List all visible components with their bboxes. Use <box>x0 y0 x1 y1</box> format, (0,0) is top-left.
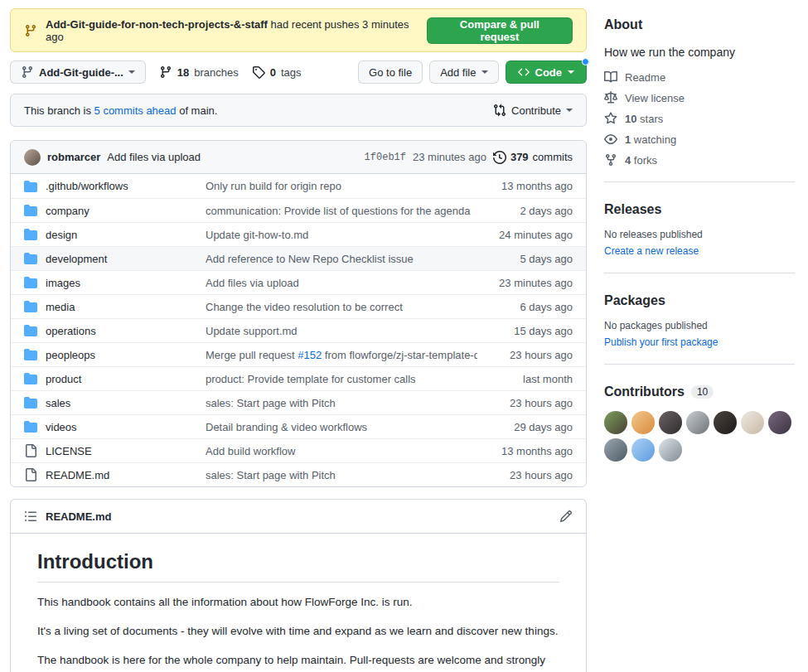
commit-message-link[interactable]: Add files via upload <box>107 151 201 163</box>
folder-icon <box>24 252 37 265</box>
divider <box>604 364 795 365</box>
commit-history-link[interactable]: 379commits <box>493 151 573 164</box>
sidebar-item-forks[interactable]: 4 forks <box>604 153 795 167</box>
issue-link[interactable]: #152 <box>298 349 322 361</box>
file-commit-message[interactable]: Add build workflow <box>206 445 477 457</box>
branch-selector[interactable]: Add-Git-guide-... <box>10 60 146 84</box>
file-row[interactable]: operations Update support.md 15 days ago <box>11 318 586 342</box>
file-commit-message[interactable]: Change the video resolution to be correc… <box>206 301 477 313</box>
file-commit-message[interactable]: Only run build for origin repo <box>206 180 477 192</box>
contributor-avatar[interactable] <box>631 438 655 462</box>
file-commit-age: 2 days ago <box>477 205 573 217</box>
file-row[interactable]: LICENSE Add build workflow 13 months ago <box>11 438 586 462</box>
contributor-avatar[interactable] <box>659 411 682 434</box>
file-commit-age: 13 months ago <box>477 445 573 457</box>
file-row[interactable]: company communication: Provide list of q… <box>11 198 586 222</box>
file-row[interactable]: product product: Provide template for cu… <box>11 366 586 390</box>
commit-hash-link[interactable]: 1f0eb1f <box>365 152 406 163</box>
file-name-link[interactable]: design <box>46 229 206 241</box>
publish-package-link[interactable]: Publish your first package <box>604 336 718 348</box>
forks-text: 4 forks <box>625 154 657 167</box>
file-commit-message[interactable]: Add files via upload <box>206 277 477 289</box>
file-row[interactable]: design Update git-how-to.md 24 minutes a… <box>11 222 586 246</box>
file-name-link[interactable]: development <box>46 253 206 265</box>
sidebar-item-stars[interactable]: 10 stars <box>604 112 795 125</box>
file-commit-message[interactable]: Update git-how-to.md <box>206 229 477 241</box>
file-name-link[interactable]: product <box>46 373 206 385</box>
add-file-button[interactable]: Add file <box>429 60 498 84</box>
file-commit-message[interactable]: Detail branding & video workflows <box>206 421 477 433</box>
folder-icon <box>24 420 37 433</box>
contributor-avatar[interactable] <box>604 438 627 462</box>
file-row[interactable]: .github/workflows Only run build for ori… <box>11 174 586 198</box>
file-name-link[interactable]: operations <box>46 325 206 337</box>
readme-content: Introduction This handbook contains all … <box>11 534 586 672</box>
branch-status-text: This branch is 5 commits ahead of main. <box>24 104 217 117</box>
contributor-avatar[interactable] <box>686 411 709 434</box>
sidebar-item-readme[interactable]: Readme <box>604 70 795 84</box>
commit-author-link[interactable]: robmarcer <box>47 151 100 163</box>
contributor-avatar[interactable] <box>714 411 737 434</box>
file-commit-message[interactable]: Merge pull request #152 from flowforge/z… <box>206 349 477 361</box>
file-row[interactable]: images Add files via upload 23 minutes a… <box>11 270 586 294</box>
file-row[interactable]: development Add reference to New Repo Ch… <box>11 246 586 270</box>
packages-empty-text: No packages published <box>604 320 795 331</box>
contributor-avatar[interactable] <box>604 411 627 434</box>
contributor-avatar[interactable] <box>659 438 682 462</box>
chevron-down-icon <box>481 70 488 74</box>
tags-link[interactable]: 0tags <box>252 65 302 79</box>
avatar[interactable] <box>24 149 41 166</box>
commits-ahead-link[interactable]: 5 commits ahead <box>94 104 177 117</box>
file-row[interactable]: peopleops Merge pull request #152 from f… <box>11 342 586 366</box>
file-name-link[interactable]: videos <box>46 421 206 433</box>
divider <box>604 273 795 273</box>
fork-icon <box>604 153 617 167</box>
contributor-avatar[interactable] <box>768 411 791 434</box>
file-commit-message[interactable]: sales: Start page with Pitch <box>206 397 477 409</box>
git-branch-icon <box>24 24 37 37</box>
file-commit-age: 6 days ago <box>477 301 573 313</box>
file-name-link[interactable]: peopleops <box>46 349 206 361</box>
file-commit-message[interactable]: sales: Start page with Pitch <box>206 469 477 481</box>
file-commit-age: 13 months ago <box>477 180 573 192</box>
file-name-link[interactable]: images <box>46 277 206 289</box>
go-to-file-button[interactable]: Go to file <box>358 60 423 84</box>
watching-text: 1 watching <box>625 133 676 146</box>
file-name-link[interactable]: .github/workflows <box>46 180 206 192</box>
file-commit-message[interactable]: communication: Provide list of questions… <box>206 205 477 217</box>
star-icon <box>604 112 617 125</box>
file-name-link[interactable]: company <box>46 205 206 217</box>
readme-header: README.md <box>11 500 586 534</box>
file-name-link[interactable]: README.md <box>46 469 206 481</box>
file-name-link[interactable]: LICENSE <box>46 445 206 457</box>
code-button[interactable]: Code <box>506 60 588 84</box>
eye-icon <box>604 133 617 146</box>
file-commit-message[interactable]: product: Provide template for customer c… <box>206 373 477 385</box>
toolbar-actions: Go to file Add file Code <box>358 60 587 84</box>
file-name-link[interactable]: media <box>46 301 206 313</box>
file-commit-message[interactable]: Add reference to New Repo Checklist issu… <box>206 253 477 265</box>
file-row[interactable]: media Change the video resolution to be … <box>11 294 586 318</box>
contributor-avatar[interactable] <box>631 411 655 434</box>
contributor-avatar[interactable] <box>741 411 764 434</box>
folder-icon <box>24 180 37 193</box>
file-commit-age: 15 days ago <box>477 325 573 337</box>
file-commit-age: 29 days ago <box>477 421 573 433</box>
file-row[interactable]: README.md sales: Start page with Pitch 2… <box>11 462 586 486</box>
file-commit-message[interactable]: Update support.md <box>206 325 477 337</box>
file-table-rows: .github/workflows Only run build for ori… <box>11 174 586 486</box>
create-release-link[interactable]: Create a new release <box>604 245 699 257</box>
file-name-link[interactable]: sales <box>46 397 206 409</box>
pencil-icon[interactable] <box>559 510 573 523</box>
list-icon[interactable] <box>24 510 37 523</box>
git-branch-icon <box>159 65 172 79</box>
file-row[interactable]: sales sales: Start page with Pitch 23 ho… <box>11 390 586 414</box>
sidebar-item-watching[interactable]: 1 watching <box>604 133 795 146</box>
sidebar-item-license[interactable]: View license <box>604 91 795 104</box>
folder-icon <box>24 228 37 241</box>
contribute-button[interactable]: Contribute <box>493 104 573 117</box>
compare-pull-request-button[interactable]: Compare & pull request <box>427 17 573 44</box>
branches-link[interactable]: 18branches <box>159 65 239 79</box>
file-row[interactable]: videos Detail branding & video workflows… <box>11 414 586 438</box>
contributors-grid <box>604 411 793 462</box>
